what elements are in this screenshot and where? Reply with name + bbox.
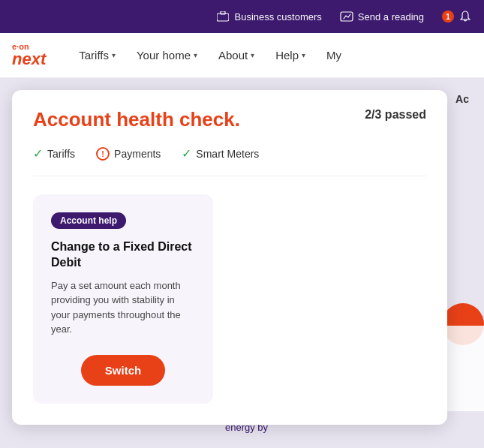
account-help-desc: Pay a set amount each month providing yo… [51,278,195,337]
check-tariffs: ✓ Tariffs [33,146,75,161]
notification-count: 1 [442,11,454,23]
nav-tariffs-label: Tariffs [79,49,109,62]
account-help-title: Change to a Fixed Direct Debit [51,239,195,271]
nav-my-account-label: My [326,49,341,62]
check-smart-meters: ✓ Smart Meters [182,146,259,161]
check-tariffs-label: Tariffs [47,148,75,160]
health-check-card: Account health check. 2/3 passed ✓ Tarif… [12,90,447,425]
business-customers-label: Business customers [234,11,321,23]
send-reading-link[interactable]: Send a reading [340,10,424,23]
send-reading-label: Send a reading [358,11,424,23]
notifications-button[interactable]: 1 [442,10,472,23]
logo[interactable]: e·on next [12,43,46,68]
nav-my-account[interactable]: My [317,43,350,68]
nav-tariffs[interactable]: Tariffs ▾ [70,43,125,68]
health-check-header: Account health check. 2/3 passed [33,108,426,131]
nav-your-home-label: Your home [137,49,191,62]
check-payments-label: Payments [114,148,161,160]
account-help-card: Account help Change to a Fixed Direct De… [33,194,213,404]
chevron-down-icon: ▾ [251,51,254,59]
check-warn-icon: ! [96,147,110,161]
nav-about[interactable]: About ▾ [209,43,263,68]
checks-row: ✓ Tariffs ! Payments ✓ Smart Meters [33,146,426,176]
check-pass-icon: ✓ [33,146,43,161]
logo-next-text: next [12,51,46,68]
account-help-badge: Account help [51,212,126,229]
passed-badge: 2/3 passed [365,108,426,122]
switch-button[interactable]: Switch [81,355,165,386]
nav-bar: e·on next Tariffs ▾ Your home ▾ About ▾ … [0,33,484,78]
nav-help[interactable]: Help ▾ [266,43,314,68]
check-pass-icon: ✓ [182,146,191,161]
chevron-down-icon: ▾ [112,51,116,59]
check-smart-meters-label: Smart Meters [196,148,259,160]
modal-overlay: Account health check. 2/3 passed ✓ Tarif… [0,78,484,448]
nav-help-label: Help [275,49,299,62]
nav-items: Tariffs ▾ Your home ▾ About ▾ Help ▾ My [70,43,472,68]
nav-your-home[interactable]: Your home ▾ [128,43,206,68]
briefcase-icon [216,10,230,23]
bell-icon [458,10,472,23]
chevron-down-icon: ▾ [194,51,197,59]
health-check-title: Account health check. [33,108,240,131]
top-bar: Business customers Send a reading 1 [0,0,484,33]
nav-about-label: About [218,49,248,62]
business-customers-link[interactable]: Business customers [216,10,321,23]
chevron-down-icon: ▾ [302,51,305,59]
meter-icon [340,10,353,23]
check-payments: ! Payments [96,147,161,161]
